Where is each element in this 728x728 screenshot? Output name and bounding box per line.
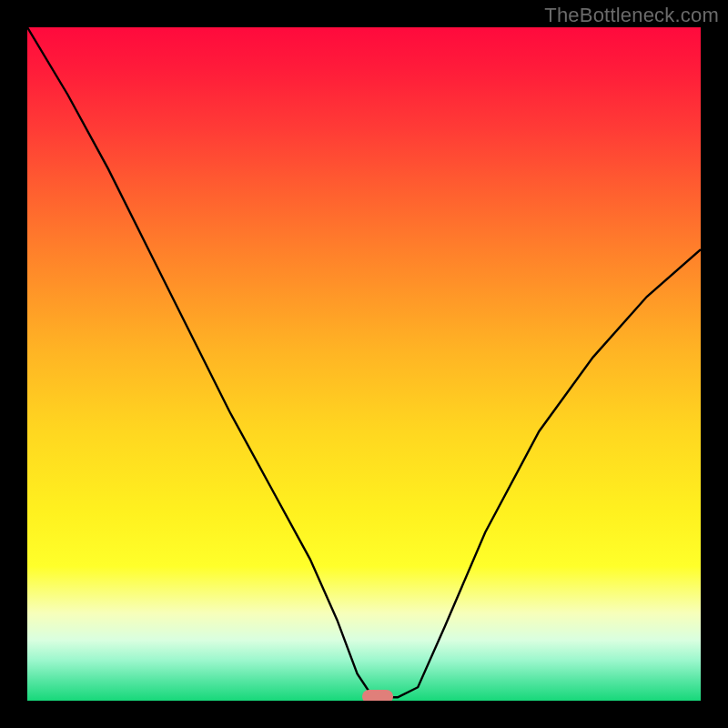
curve-path bbox=[27, 27, 701, 697]
watermark-text: TheBottleneck.com bbox=[544, 4, 719, 27]
chart-frame: TheBottleneck.com bbox=[0, 0, 728, 728]
bottleneck-curve bbox=[27, 27, 701, 701]
optimal-marker bbox=[362, 690, 393, 701]
plot-area bbox=[27, 27, 701, 701]
